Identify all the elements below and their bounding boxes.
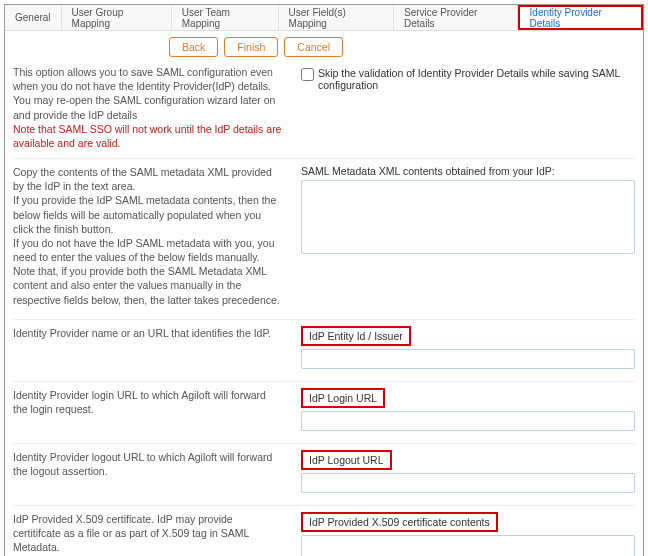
metadata-xml-textarea[interactable] xyxy=(301,180,635,254)
skip-validation-option[interactable]: Skip the validation of Identity Provider… xyxy=(301,67,635,91)
entity-id-description: Identity Provider name or an URL that id… xyxy=(13,326,283,340)
skip-option-description: This option allows you to save SAML conf… xyxy=(13,65,283,150)
logout-url-label: IdP Logout URL xyxy=(301,450,392,470)
certificate-textarea[interactable] xyxy=(301,535,635,556)
tab-bar: General User Group Mapping User Team Map… xyxy=(5,5,643,31)
logout-url-input[interactable] xyxy=(301,473,635,493)
skip-validation-checkbox[interactable] xyxy=(301,68,314,81)
metadata-label: SAML Metadata XML contents obtained from… xyxy=(301,165,635,177)
login-url-description: Identity Provider login URL to which Agi… xyxy=(13,388,283,416)
entity-id-input[interactable] xyxy=(301,349,635,369)
skip-validation-label: Skip the validation of Identity Provider… xyxy=(318,67,635,91)
entity-id-label: IdP Entity Id / Issuer xyxy=(301,326,411,346)
login-url-label: IdP Login URL xyxy=(301,388,385,408)
back-button[interactable]: Back xyxy=(169,37,218,57)
top-button-row: Back Finish Cancel xyxy=(5,31,643,63)
finish-button[interactable]: Finish xyxy=(224,37,278,57)
certificate-description: IdP Provided X.509 certificate. IdP may … xyxy=(13,512,283,556)
tab-general[interactable]: General xyxy=(5,5,62,30)
tab-user-group-mapping[interactable]: User Group Mapping xyxy=(62,5,172,30)
metadata-description: Copy the contents of the SAML metadata X… xyxy=(13,165,283,307)
tab-identity-provider-details[interactable]: Identity Provider Details xyxy=(518,5,643,30)
tab-service-provider-details[interactable]: Service Provider Details xyxy=(394,5,518,30)
logout-url-description: Identity Provider logout URL to which Ag… xyxy=(13,450,283,478)
certificate-label: IdP Provided X.509 certificate contents xyxy=(301,512,498,532)
tab-user-fields-mapping[interactable]: User Field(s) Mapping xyxy=(279,5,395,30)
cancel-button[interactable]: Cancel xyxy=(284,37,343,57)
tab-user-team-mapping[interactable]: User Team Mapping xyxy=(172,5,279,30)
login-url-input[interactable] xyxy=(301,411,635,431)
